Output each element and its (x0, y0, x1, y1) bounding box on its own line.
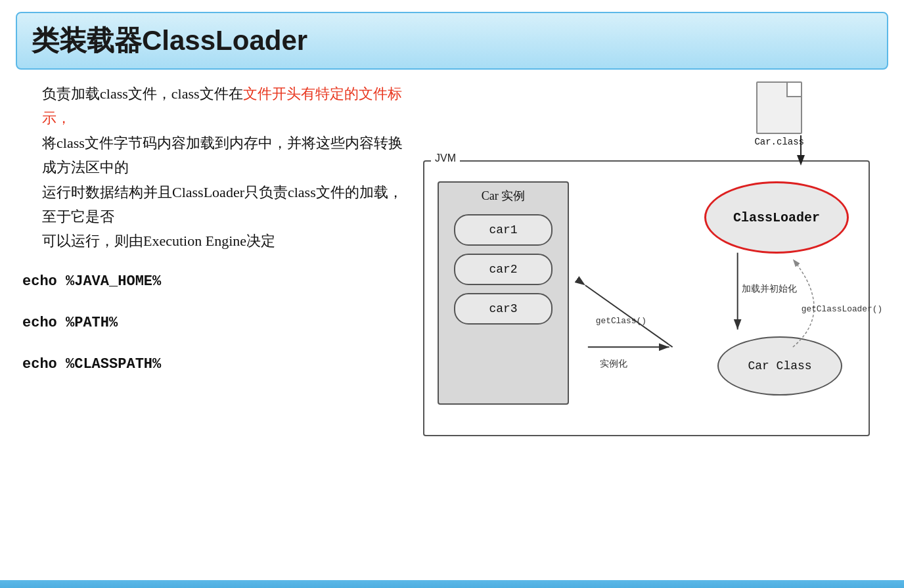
content-area: 负责加载class文件，class文件在文件开头有特定的文件标示， 将class… (16, 70, 888, 397)
command-1: echo %JAVA_HOME% (22, 273, 410, 290)
desc-line3: 运行时数据结构并且ClassLoader只负责class文件的加载，至于它是否 (42, 184, 403, 225)
svg-text:getClassLoader(): getClassLoader() (802, 304, 882, 314)
desc-line4: 可以运行，则由Execution Engine决定 (42, 233, 275, 249)
bottom-bar (0, 580, 904, 588)
command-2: echo %PATH% (22, 315, 410, 331)
svg-text:加载并初始化: 加载并初始化 (742, 284, 797, 294)
car-item-3: car3 (454, 293, 553, 325)
car-item-2: car2 (454, 254, 553, 285)
jvm-label: JVM (431, 152, 460, 164)
car-instance-box: Car 实例 car1 car2 car3 (438, 181, 569, 405)
desc-line1-before: 负责加载class文件，class文件在 (42, 85, 243, 102)
commands-section: echo %JAVA_HOME% echo %PATH% echo %CLASS… (16, 273, 410, 373)
svg-text:getClass(): getClass() (596, 316, 646, 326)
car-item-1: car1 (454, 214, 553, 246)
car-class-file-icon (756, 81, 802, 134)
svg-line-5 (585, 285, 673, 347)
car-instance-label: Car 实例 (439, 183, 568, 206)
left-section: 负责加载class文件，class文件在文件开头有特定的文件标示， 将class… (16, 81, 423, 397)
file-to-jvm-arrow (796, 135, 805, 163)
jvm-box: JVM Car 实例 car1 car2 car3 ClassLoader (423, 160, 870, 436)
description-text: 负责加载class文件，class文件在文件开头有特定的文件标示， 将class… (16, 81, 410, 254)
title-bar: 类装载器ClassLoader (16, 12, 888, 70)
page-title: 类装载器ClassLoader (32, 22, 872, 59)
carclass-oval: Car Class (717, 336, 842, 396)
desc-line2: 将class文件字节码内容加载到内存中，并将这些内容转换成方法区中的 (42, 135, 403, 175)
page-container: 类装载器ClassLoader 负责加载class文件，class文件在文件开头… (0, 12, 904, 588)
carclass-label: Car Class (748, 359, 811, 373)
svg-text:实例化: 实例化 (600, 359, 627, 369)
classloader-label: ClassLoader (733, 210, 820, 225)
classloader-oval: ClassLoader (704, 181, 849, 254)
right-section: Car.class JVM Car 实例 car1 car2 car3 Clas… (423, 81, 890, 397)
command-3: echo %CLASSPATH% (22, 356, 410, 373)
